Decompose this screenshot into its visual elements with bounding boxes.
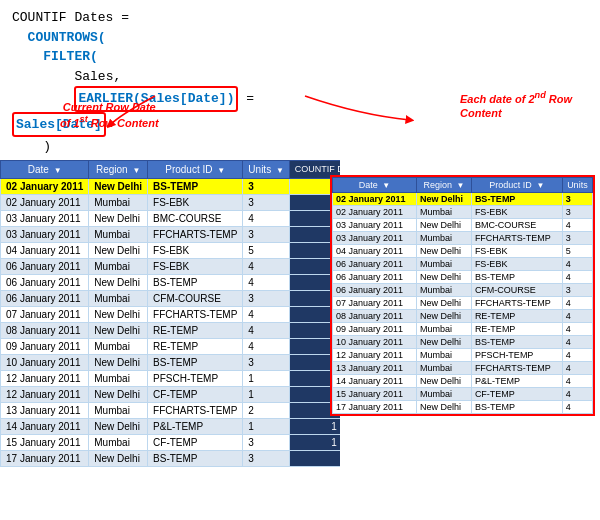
row2-line1: Each date of 2	[460, 93, 535, 105]
table-cell: New Delhi	[417, 219, 472, 232]
table-cell: Mumbai	[417, 388, 472, 401]
table-cell: 3	[562, 206, 592, 219]
table-cell: 3	[243, 355, 289, 371]
table-cell: FS-EBK	[471, 206, 562, 219]
table-cell: PFSCH-TEMP	[471, 349, 562, 362]
table-row: 06 January 2011MumbaiFS-EBK4	[333, 258, 593, 271]
table-cell: New Delhi	[417, 245, 472, 258]
table-cell: PFSCH-TEMP	[148, 371, 243, 387]
table-cell: FS-EBK	[148, 259, 243, 275]
code-section: COUNTIF Dates = COUNTROWS( FILTER( Sales…	[0, 0, 340, 184]
table-cell: 3	[243, 451, 289, 467]
table-cell: New Delhi	[89, 451, 148, 467]
table-cell: 4	[243, 307, 289, 323]
th2-units[interactable]: Units	[562, 178, 592, 193]
th-date[interactable]: Date ▼	[1, 161, 89, 179]
table-cell: CFM-COURSE	[148, 291, 243, 307]
table-cell: FS-EBK	[471, 258, 562, 271]
table-row: 09 January 2011MumbaiRE-TEMP4	[333, 323, 593, 336]
table-cell: 3	[243, 435, 289, 451]
table-cell: Mumbai	[89, 371, 148, 387]
table-cell: Mumbai	[89, 435, 148, 451]
table-cell: 02 January 2011	[1, 179, 89, 195]
table-cell: Mumbai	[417, 284, 472, 297]
countif-label: COUNTIF Dates =	[12, 10, 129, 25]
table-cell: 4	[243, 323, 289, 339]
table-cell: 5	[243, 243, 289, 259]
table-cell: New Delhi	[417, 297, 472, 310]
table-cell: 14 January 2011	[1, 419, 89, 435]
table-cell: New Delhi	[417, 193, 472, 206]
table-row: 10 January 2011New DelhiBS-TEMP31	[1, 355, 341, 371]
table-cell: 10 January 2011	[333, 336, 417, 349]
row1-line2: of 1	[60, 117, 80, 129]
th-product-id[interactable]: Product ID ▼	[148, 161, 243, 179]
code-line-2: COUNTROWS(	[12, 28, 328, 48]
row1-sup: st	[80, 114, 88, 124]
table-cell: 3	[562, 232, 592, 245]
table-cell: FFCHARTS-TEMP	[471, 232, 562, 245]
table-cell: 1	[243, 419, 289, 435]
table-cell: BS-TEMP	[471, 336, 562, 349]
table-row: 06 January 2011MumbaiCFM-COURSE33	[1, 291, 341, 307]
filter-keyword: FILTER(	[43, 49, 98, 64]
table-cell: New Delhi	[89, 355, 148, 371]
table-cell: Mumbai	[89, 195, 148, 211]
th2-date[interactable]: Date ▼	[333, 178, 417, 193]
sort-icon-product: ▼	[217, 166, 225, 175]
table-cell: Mumbai	[89, 291, 148, 307]
th2-region[interactable]: Region ▼	[417, 178, 472, 193]
table-cell: Mumbai	[417, 232, 472, 245]
table-cell: 06 January 2011	[1, 259, 89, 275]
table-cell: 02 January 2011	[333, 193, 417, 206]
table-cell: 06 January 2011	[333, 258, 417, 271]
table-row: 14 January 2011New DelhiP&L-TEMP4	[333, 375, 593, 388]
table-cell: RE-TEMP	[471, 310, 562, 323]
row2-sup: nd	[535, 90, 546, 100]
close-paren-1: )	[43, 139, 51, 154]
th2-product-id[interactable]: Product ID ▼	[471, 178, 562, 193]
table-cell: 03 January 2011	[1, 211, 89, 227]
table-cell: Mumbai	[417, 206, 472, 219]
table-cell: 4	[562, 310, 592, 323]
table-cell: New Delhi	[89, 387, 148, 403]
table-cell: New Delhi	[89, 211, 148, 227]
sort-icon-units: ▼	[276, 166, 284, 175]
table-cell: 06 January 2011	[1, 275, 89, 291]
table-row: 14 January 2011New DelhiP&L-TEMP11	[1, 419, 341, 435]
table-cell: 4	[243, 211, 289, 227]
table-row: 02 January 2011MumbaiFS-EBK3	[333, 206, 593, 219]
table-row: 13 January 2011MumbaiFFCHARTS-TEMP21	[1, 403, 341, 419]
table-cell: Mumbai	[89, 259, 148, 275]
table-cell: New Delhi	[89, 243, 148, 259]
table-row: 07 January 2011New DelhiFFCHARTS-TEMP41	[1, 307, 341, 323]
th-region[interactable]: Region ▼	[89, 161, 148, 179]
table-cell: 08 January 2011	[1, 323, 89, 339]
code-line-1: COUNTIF Dates =	[12, 8, 328, 28]
table-cell: 4	[562, 375, 592, 388]
table-cell: BMC-COURSE	[471, 219, 562, 232]
table-cell: New Delhi	[417, 310, 472, 323]
th-units[interactable]: Units ▼	[243, 161, 289, 179]
table-row: 13 January 2011MumbaiFFCHARTS-TEMP4	[333, 362, 593, 375]
table-cell: BS-TEMP	[148, 451, 243, 467]
table-cell: Mumbai	[417, 349, 472, 362]
table-cell	[289, 451, 340, 467]
table-cell: 4	[562, 349, 592, 362]
second-table-wrap: Date ▼ Region ▼ Product ID ▼ Units 02 Ja…	[330, 175, 595, 416]
main-table-header-row: Date ▼ Region ▼ Product ID ▼ Units ▼ COU…	[1, 161, 341, 179]
table-cell: CF-TEMP	[148, 387, 243, 403]
table-row: 15 January 2011MumbaiCF-TEMP31	[1, 435, 341, 451]
table-cell: 07 January 2011	[1, 307, 89, 323]
table-cell: 13 January 2011	[333, 362, 417, 375]
table-cell: 03 January 2011	[333, 232, 417, 245]
table-cell: 14 January 2011	[333, 375, 417, 388]
table-cell: 1	[289, 419, 340, 435]
second-table-body: 02 January 2011New DelhiBS-TEMP302 Janua…	[333, 193, 593, 414]
table-cell: 06 January 2011	[333, 271, 417, 284]
table-cell: 4	[562, 258, 592, 271]
table-row: 02 January 2011New DelhiBS-TEMP3	[333, 193, 593, 206]
table-cell: 15 January 2011	[1, 435, 89, 451]
table-cell: 06 January 2011	[333, 284, 417, 297]
table-cell: 04 January 2011	[333, 245, 417, 258]
